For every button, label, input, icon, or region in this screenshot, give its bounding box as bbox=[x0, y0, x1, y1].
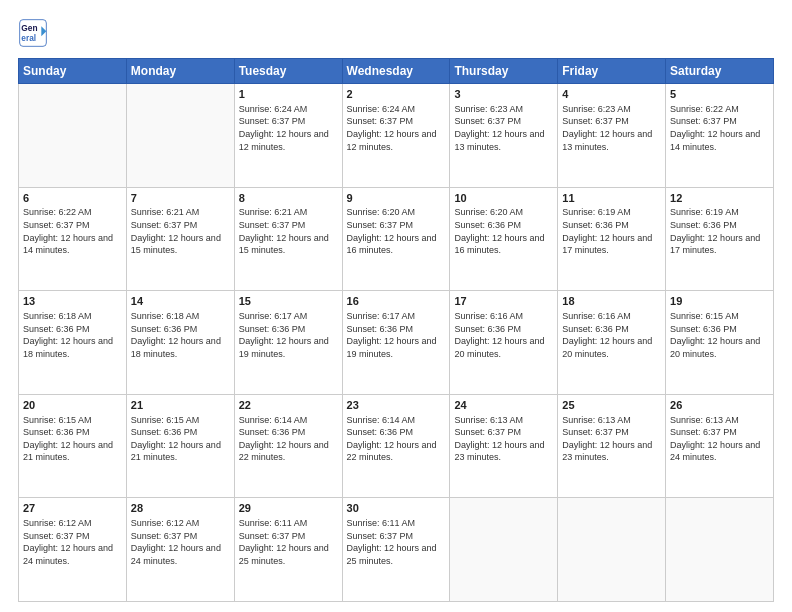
header-row: SundayMondayTuesdayWednesdayThursdayFrid… bbox=[19, 59, 774, 84]
day-cell: 24Sunrise: 6:13 AMSunset: 6:37 PMDayligh… bbox=[450, 394, 558, 498]
day-number: 4 bbox=[562, 87, 661, 102]
day-cell: 22Sunrise: 6:14 AMSunset: 6:36 PMDayligh… bbox=[234, 394, 342, 498]
day-detail: Sunrise: 6:21 AMSunset: 6:37 PMDaylight:… bbox=[239, 206, 338, 256]
day-detail: Sunrise: 6:24 AMSunset: 6:37 PMDaylight:… bbox=[347, 103, 446, 153]
day-number: 16 bbox=[347, 294, 446, 309]
day-number: 30 bbox=[347, 501, 446, 516]
day-detail: Sunrise: 6:14 AMSunset: 6:36 PMDaylight:… bbox=[347, 414, 446, 464]
day-number: 11 bbox=[562, 191, 661, 206]
day-detail: Sunrise: 6:16 AMSunset: 6:36 PMDaylight:… bbox=[562, 310, 661, 360]
day-number: 13 bbox=[23, 294, 122, 309]
day-header-friday: Friday bbox=[558, 59, 666, 84]
day-detail: Sunrise: 6:20 AMSunset: 6:36 PMDaylight:… bbox=[454, 206, 553, 256]
page: Gen eral SundayMondayTuesdayWednesdayThu… bbox=[0, 0, 792, 612]
day-number: 12 bbox=[670, 191, 769, 206]
day-detail: Sunrise: 6:13 AMSunset: 6:37 PMDaylight:… bbox=[670, 414, 769, 464]
day-cell: 28Sunrise: 6:12 AMSunset: 6:37 PMDayligh… bbox=[126, 498, 234, 602]
day-number: 28 bbox=[131, 501, 230, 516]
day-number: 24 bbox=[454, 398, 553, 413]
day-cell: 21Sunrise: 6:15 AMSunset: 6:36 PMDayligh… bbox=[126, 394, 234, 498]
day-cell: 16Sunrise: 6:17 AMSunset: 6:36 PMDayligh… bbox=[342, 291, 450, 395]
svg-text:Gen: Gen bbox=[21, 23, 37, 33]
day-number: 27 bbox=[23, 501, 122, 516]
day-number: 1 bbox=[239, 87, 338, 102]
day-detail: Sunrise: 6:22 AMSunset: 6:37 PMDaylight:… bbox=[670, 103, 769, 153]
day-cell bbox=[450, 498, 558, 602]
day-number: 3 bbox=[454, 87, 553, 102]
week-row-4: 20Sunrise: 6:15 AMSunset: 6:36 PMDayligh… bbox=[19, 394, 774, 498]
day-detail: Sunrise: 6:15 AMSunset: 6:36 PMDaylight:… bbox=[131, 414, 230, 464]
day-detail: Sunrise: 6:11 AMSunset: 6:37 PMDaylight:… bbox=[347, 517, 446, 567]
day-detail: Sunrise: 6:23 AMSunset: 6:37 PMDaylight:… bbox=[562, 103, 661, 153]
day-cell: 19Sunrise: 6:15 AMSunset: 6:36 PMDayligh… bbox=[666, 291, 774, 395]
week-row-3: 13Sunrise: 6:18 AMSunset: 6:36 PMDayligh… bbox=[19, 291, 774, 395]
day-number: 18 bbox=[562, 294, 661, 309]
day-cell: 8Sunrise: 6:21 AMSunset: 6:37 PMDaylight… bbox=[234, 187, 342, 291]
day-detail: Sunrise: 6:19 AMSunset: 6:36 PMDaylight:… bbox=[670, 206, 769, 256]
day-header-tuesday: Tuesday bbox=[234, 59, 342, 84]
day-cell: 20Sunrise: 6:15 AMSunset: 6:36 PMDayligh… bbox=[19, 394, 127, 498]
day-cell: 18Sunrise: 6:16 AMSunset: 6:36 PMDayligh… bbox=[558, 291, 666, 395]
day-detail: Sunrise: 6:13 AMSunset: 6:37 PMDaylight:… bbox=[562, 414, 661, 464]
day-number: 26 bbox=[670, 398, 769, 413]
day-cell: 9Sunrise: 6:20 AMSunset: 6:37 PMDaylight… bbox=[342, 187, 450, 291]
day-detail: Sunrise: 6:12 AMSunset: 6:37 PMDaylight:… bbox=[23, 517, 122, 567]
week-row-2: 6Sunrise: 6:22 AMSunset: 6:37 PMDaylight… bbox=[19, 187, 774, 291]
day-number: 15 bbox=[239, 294, 338, 309]
day-detail: Sunrise: 6:15 AMSunset: 6:36 PMDaylight:… bbox=[23, 414, 122, 464]
day-detail: Sunrise: 6:17 AMSunset: 6:36 PMDaylight:… bbox=[347, 310, 446, 360]
day-header-wednesday: Wednesday bbox=[342, 59, 450, 84]
day-cell: 14Sunrise: 6:18 AMSunset: 6:36 PMDayligh… bbox=[126, 291, 234, 395]
calendar: SundayMondayTuesdayWednesdayThursdayFrid… bbox=[18, 58, 774, 602]
day-cell: 15Sunrise: 6:17 AMSunset: 6:36 PMDayligh… bbox=[234, 291, 342, 395]
day-detail: Sunrise: 6:18 AMSunset: 6:36 PMDaylight:… bbox=[131, 310, 230, 360]
week-row-1: 1Sunrise: 6:24 AMSunset: 6:37 PMDaylight… bbox=[19, 84, 774, 188]
day-number: 8 bbox=[239, 191, 338, 206]
day-detail: Sunrise: 6:23 AMSunset: 6:37 PMDaylight:… bbox=[454, 103, 553, 153]
day-cell: 12Sunrise: 6:19 AMSunset: 6:36 PMDayligh… bbox=[666, 187, 774, 291]
day-cell bbox=[126, 84, 234, 188]
day-number: 2 bbox=[347, 87, 446, 102]
day-cell: 3Sunrise: 6:23 AMSunset: 6:37 PMDaylight… bbox=[450, 84, 558, 188]
day-detail: Sunrise: 6:20 AMSunset: 6:37 PMDaylight:… bbox=[347, 206, 446, 256]
header: Gen eral bbox=[18, 18, 774, 48]
day-detail: Sunrise: 6:21 AMSunset: 6:37 PMDaylight:… bbox=[131, 206, 230, 256]
day-detail: Sunrise: 6:24 AMSunset: 6:37 PMDaylight:… bbox=[239, 103, 338, 153]
day-cell: 10Sunrise: 6:20 AMSunset: 6:36 PMDayligh… bbox=[450, 187, 558, 291]
day-header-sunday: Sunday bbox=[19, 59, 127, 84]
day-detail: Sunrise: 6:12 AMSunset: 6:37 PMDaylight:… bbox=[131, 517, 230, 567]
day-detail: Sunrise: 6:13 AMSunset: 6:37 PMDaylight:… bbox=[454, 414, 553, 464]
day-number: 17 bbox=[454, 294, 553, 309]
day-detail: Sunrise: 6:14 AMSunset: 6:36 PMDaylight:… bbox=[239, 414, 338, 464]
day-detail: Sunrise: 6:18 AMSunset: 6:36 PMDaylight:… bbox=[23, 310, 122, 360]
day-detail: Sunrise: 6:15 AMSunset: 6:36 PMDaylight:… bbox=[670, 310, 769, 360]
day-cell: 11Sunrise: 6:19 AMSunset: 6:36 PMDayligh… bbox=[558, 187, 666, 291]
week-row-5: 27Sunrise: 6:12 AMSunset: 6:37 PMDayligh… bbox=[19, 498, 774, 602]
day-number: 6 bbox=[23, 191, 122, 206]
day-number: 19 bbox=[670, 294, 769, 309]
day-number: 21 bbox=[131, 398, 230, 413]
logo: Gen eral bbox=[18, 18, 52, 48]
day-detail: Sunrise: 6:16 AMSunset: 6:36 PMDaylight:… bbox=[454, 310, 553, 360]
day-cell: 4Sunrise: 6:23 AMSunset: 6:37 PMDaylight… bbox=[558, 84, 666, 188]
day-cell: 25Sunrise: 6:13 AMSunset: 6:37 PMDayligh… bbox=[558, 394, 666, 498]
day-detail: Sunrise: 6:11 AMSunset: 6:37 PMDaylight:… bbox=[239, 517, 338, 567]
day-number: 5 bbox=[670, 87, 769, 102]
day-cell bbox=[558, 498, 666, 602]
day-header-thursday: Thursday bbox=[450, 59, 558, 84]
calendar-body: 1Sunrise: 6:24 AMSunset: 6:37 PMDaylight… bbox=[19, 84, 774, 602]
day-cell bbox=[666, 498, 774, 602]
day-number: 20 bbox=[23, 398, 122, 413]
day-cell: 23Sunrise: 6:14 AMSunset: 6:36 PMDayligh… bbox=[342, 394, 450, 498]
day-cell: 6Sunrise: 6:22 AMSunset: 6:37 PMDaylight… bbox=[19, 187, 127, 291]
day-number: 7 bbox=[131, 191, 230, 206]
day-cell: 7Sunrise: 6:21 AMSunset: 6:37 PMDaylight… bbox=[126, 187, 234, 291]
day-cell bbox=[19, 84, 127, 188]
day-header-saturday: Saturday bbox=[666, 59, 774, 84]
day-cell: 13Sunrise: 6:18 AMSunset: 6:36 PMDayligh… bbox=[19, 291, 127, 395]
day-cell: 2Sunrise: 6:24 AMSunset: 6:37 PMDaylight… bbox=[342, 84, 450, 188]
day-cell: 1Sunrise: 6:24 AMSunset: 6:37 PMDaylight… bbox=[234, 84, 342, 188]
day-number: 29 bbox=[239, 501, 338, 516]
logo-icon: Gen eral bbox=[18, 18, 48, 48]
day-cell: 27Sunrise: 6:12 AMSunset: 6:37 PMDayligh… bbox=[19, 498, 127, 602]
